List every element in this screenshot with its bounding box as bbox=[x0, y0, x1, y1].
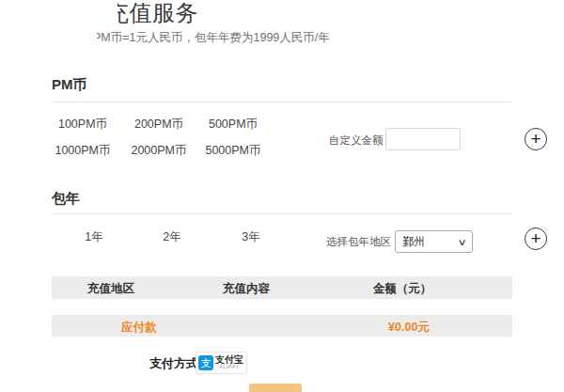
pm-amount-option[interactable]: 2000PM币 bbox=[121, 145, 196, 157]
plus-circle-icon: + bbox=[530, 229, 540, 247]
annual-year-option[interactable]: 3年 bbox=[212, 231, 290, 243]
custom-amount-input[interactable] bbox=[385, 128, 461, 150]
column-header-amount: 金额（元） bbox=[334, 281, 471, 297]
add-pm-amount-button[interactable]: + bbox=[525, 128, 547, 150]
summary-table-header: 充值地区 充值内容 金额（元） bbox=[52, 276, 512, 299]
add-annual-package-button[interactable]: + bbox=[525, 227, 547, 250]
pm-amount-option[interactable]: 5000PM币 bbox=[196, 145, 270, 157]
page-subtitle: PM币=1元人民币，包年年费为1999人民币/年 bbox=[97, 28, 330, 43]
annual-year-option[interactable]: 1年 bbox=[55, 231, 133, 243]
payable-label: 应付款 bbox=[52, 320, 227, 336]
divider bbox=[52, 102, 512, 102]
annual-year-option[interactable]: 2年 bbox=[133, 231, 212, 243]
alipay-glyph: 支 bbox=[201, 356, 212, 370]
pm-amount-option[interactable]: 100PM币 bbox=[44, 118, 121, 131]
column-header-content: 充值内容 bbox=[187, 281, 306, 297]
page-title-text: 充值服务 bbox=[118, 0, 198, 26]
divider bbox=[52, 213, 512, 214]
plus-circle-icon: + bbox=[530, 130, 540, 148]
region-selected-value: 鄞州 bbox=[402, 234, 425, 250]
pm-amount-option[interactable]: 1000PM币 bbox=[44, 145, 121, 157]
region-select[interactable]: 鄞州 ∨ bbox=[395, 230, 473, 253]
annual-year-options: 1年 2年 3年 bbox=[55, 231, 290, 243]
alipay-payment-option[interactable]: 支 支付宝 ALIPAY bbox=[196, 352, 247, 374]
column-header-region: 充值地区 bbox=[52, 281, 170, 297]
chevron-down-icon: ∨ bbox=[457, 237, 466, 247]
payable-row: 应付款 ¥0.00元 bbox=[52, 315, 512, 337]
alipay-name-en: ALIPAY bbox=[219, 365, 239, 370]
region-select-label: 选择包年地区： bbox=[326, 235, 402, 249]
annual-section-heading: 包年 bbox=[52, 190, 80, 208]
pm-amount-option[interactable]: 200PM币 bbox=[121, 118, 196, 131]
submit-button[interactable] bbox=[249, 384, 302, 392]
recharge-page: { "header": { "title": "充值服务", "subtitle… bbox=[0, 0, 564, 392]
page-subtitle-text: PM币=1元人民币，包年年费为1999人民币/年 bbox=[97, 30, 330, 43]
pm-amount-options: 100PM币 200PM币 500PM币 1000PM币 2000PM币 500… bbox=[44, 118, 270, 157]
alipay-wordmark: 支付宝 ALIPAY bbox=[215, 355, 243, 370]
payable-amount: ¥0.00元 bbox=[352, 320, 465, 336]
pm-amount-option[interactable]: 500PM币 bbox=[196, 118, 270, 131]
custom-amount-label: 自定义金额： bbox=[329, 133, 394, 148]
payment-method-label: 支付方式: bbox=[149, 355, 202, 372]
pm-section-heading: PM币 bbox=[52, 76, 87, 94]
page-title: 充值服务 bbox=[118, 0, 198, 26]
alipay-logo-icon: 支 bbox=[198, 355, 213, 370]
